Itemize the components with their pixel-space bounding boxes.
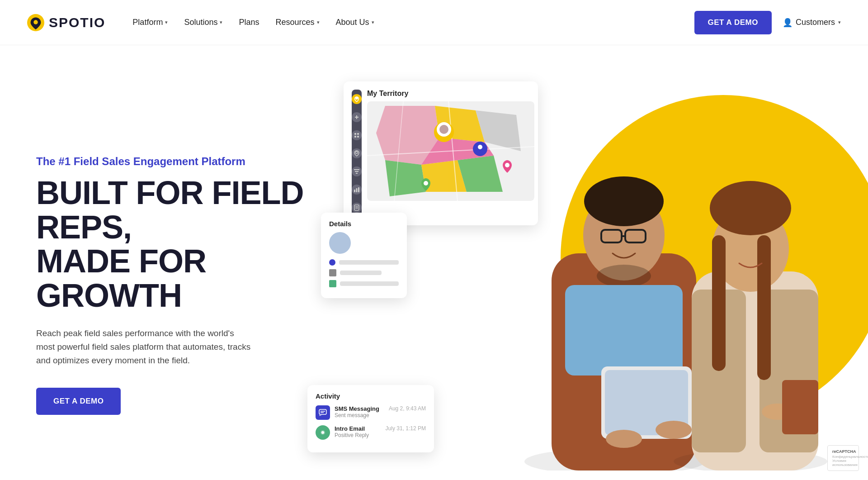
map-sidebar — [352, 90, 362, 217]
email-activity-text: Intro Email Positive Reply — [335, 425, 381, 438]
svg-point-55 — [439, 125, 448, 134]
get-demo-nav-button[interactable]: GET A DEMO — [694, 11, 772, 34]
svg-point-13 — [606, 430, 642, 448]
resources-chevron-icon: ▾ — [317, 19, 320, 25]
email-icon — [316, 425, 330, 440]
logo-text: SPOTIO — [49, 15, 105, 30]
svg-point-59 — [424, 181, 428, 185]
svg-rect-30 — [354, 136, 356, 138]
activity-title: Activity — [316, 392, 426, 400]
svg-point-32 — [356, 152, 358, 154]
map-title: My Territory — [367, 90, 534, 98]
hero-description: Reach peak field sales performance with … — [36, 327, 253, 368]
map-icon-plus — [352, 112, 362, 122]
nav-customers[interactable]: 👤 Customers ▾ — [783, 18, 841, 28]
svg-rect-22 — [757, 235, 771, 380]
nav-resources[interactable]: Resources ▾ — [275, 18, 319, 27]
nav-links: Platform ▾ Solutions ▾ Plans Resources ▾… — [132, 18, 694, 27]
svg-point-1 — [33, 20, 38, 24]
map-card: My Territory — [344, 81, 538, 225]
svg-rect-24 — [782, 380, 818, 434]
phone-field-icon — [329, 280, 336, 287]
svg-point-9 — [597, 265, 651, 287]
details-row-2 — [329, 269, 399, 276]
svg-rect-39 — [354, 205, 359, 210]
hero-cta-button[interactable]: GET A DEMO — [36, 388, 121, 415]
logo-link[interactable]: SPOTIO — [27, 14, 105, 31]
sms-activity-text: SMS Messaging Sent message — [335, 405, 384, 418]
recaptcha-badge: reCAPTCHA Конфиденциальность Условия исп… — [827, 445, 859, 471]
activity-item-sms: SMS Messaging Sent message Aug 2, 9:43 A… — [316, 405, 426, 420]
details-row-3 — [329, 280, 399, 287]
svg-point-20 — [710, 181, 791, 235]
hero-section: The #1 Field Sales Engagement Platform B… — [0, 45, 868, 480]
email-activity-sub: Positive Reply — [335, 432, 381, 438]
svg-rect-21 — [712, 235, 726, 371]
email-activity-name: Intro Email — [335, 425, 381, 432]
sms-activity-time: Aug 2, 9:43 AM — [389, 405, 426, 412]
sms-activity-name: SMS Messaging — [335, 405, 384, 412]
map-icon-pin — [352, 94, 362, 104]
spotio-logo-icon — [27, 14, 44, 31]
hero-left: The #1 Field Sales Engagement Platform B… — [36, 137, 307, 415]
activity-item-email: Intro Email Positive Reply July 31, 1:12… — [316, 425, 426, 440]
hero-tagline: The #1 Field Sales Engagement Platform — [36, 155, 307, 168]
activity-card: Activity SMS Messaging Sent message Aug … — [307, 385, 434, 452]
svg-rect-10 — [565, 285, 683, 375]
svg-marker-46 — [385, 160, 426, 196]
map-content: My Territory — [367, 90, 534, 217]
svg-point-61 — [334, 247, 346, 251]
details-avatar — [329, 232, 351, 254]
hero-headline: BUILT FOR FIELD REPS, MADE FOR GROWTH — [36, 176, 307, 313]
svg-rect-37 — [356, 188, 358, 192]
svg-rect-36 — [354, 190, 355, 192]
svg-point-57 — [478, 145, 482, 149]
nav-plans[interactable]: Plans — [239, 18, 259, 27]
email-activity-time: July 31, 1:12 PM — [386, 425, 426, 432]
hero-headline-line1: BUILT FOR FIELD REPS, — [36, 175, 304, 245]
svg-point-67 — [321, 431, 324, 434]
svg-rect-28 — [354, 133, 356, 135]
svg-rect-31 — [357, 136, 359, 138]
person-field-icon-2 — [329, 269, 336, 276]
nav-solutions[interactable]: Solutions ▾ — [184, 18, 222, 27]
nav-about[interactable]: About Us ▾ — [336, 18, 374, 27]
hero-headline-line2: MADE FOR GROWTH — [36, 243, 206, 314]
svg-rect-62 — [319, 409, 326, 414]
details-row-1 — [329, 259, 399, 266]
map-icon-location — [352, 148, 362, 158]
details-card: Details — [321, 213, 407, 298]
details-line-3 — [340, 281, 399, 286]
map-icon-filter — [352, 166, 362, 176]
nav-platform[interactable]: Platform ▾ — [132, 18, 168, 27]
sms-activity-sub: Sent message — [335, 412, 384, 418]
map-icon-grid — [352, 130, 362, 140]
territory-map-svg — [367, 101, 534, 201]
svg-point-5 — [584, 176, 664, 226]
solutions-chevron-icon: ▾ — [220, 19, 222, 25]
sms-icon — [316, 405, 330, 420]
hero-right: My Territory — [307, 72, 832, 480]
about-chevron-icon: ▾ — [372, 19, 374, 25]
map-icon-doc — [352, 203, 362, 213]
svg-point-14 — [656, 421, 692, 439]
details-line-1 — [339, 260, 399, 265]
svg-point-60 — [336, 238, 344, 245]
map-icon-chart — [352, 185, 362, 195]
nav-right: GET A DEMO 👤 Customers ▾ — [694, 11, 841, 34]
details-line-2 — [340, 271, 382, 275]
details-title: Details — [329, 220, 399, 228]
svg-rect-29 — [357, 133, 359, 135]
svg-point-58 — [505, 163, 509, 167]
person-icon: 👤 — [783, 18, 793, 28]
customers-chevron-icon: ▾ — [838, 19, 841, 25]
svg-rect-38 — [358, 187, 359, 192]
map-visual — [367, 101, 534, 201]
person-field-icon — [329, 259, 335, 266]
navbar: SPOTIO Platform ▾ Solutions ▾ Plans Reso… — [0, 0, 868, 45]
platform-chevron-icon: ▾ — [165, 19, 168, 25]
